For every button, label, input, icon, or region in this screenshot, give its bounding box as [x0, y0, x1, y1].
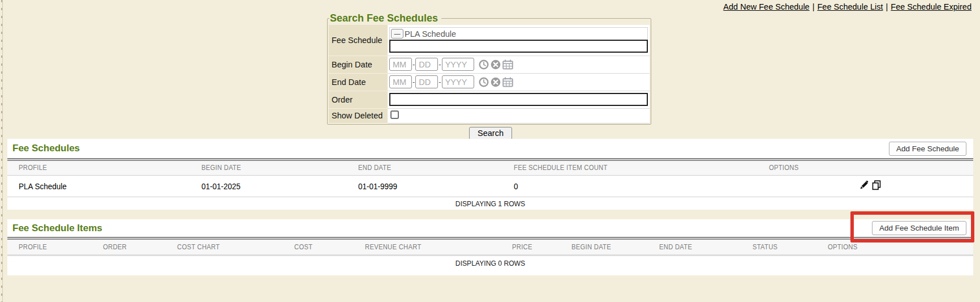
fee-schedules-section: Fee Schedules Add Fee Schedule PROFILE B… [7, 139, 973, 210]
column-options: OPTIONS [826, 240, 973, 255]
begin-date-label: Begin Date [329, 56, 388, 73]
begin-date-month-input[interactable] [389, 58, 412, 71]
order-label: Order [329, 91, 388, 108]
clock-icon[interactable] [479, 77, 489, 87]
column-profile: PROFILE [7, 240, 92, 255]
tree-item-pla-schedule[interactable]: PLA Schedule [405, 29, 456, 39]
edit-icon[interactable] [859, 180, 869, 190]
tree-collapse-toggle[interactable]: — [391, 29, 403, 39]
cell-item-count: 0 [502, 175, 767, 197]
clear-icon[interactable] [491, 77, 501, 87]
cell-profile: PLA Schedule [7, 175, 190, 197]
nav-separator: | [813, 2, 815, 11]
end-date-day-input[interactable] [415, 75, 438, 88]
column-status: STATUS [741, 240, 826, 255]
fee-schedules-table: PROFILE BEGIN DATE END DATE FEE SCHEDULE… [7, 161, 973, 197]
begin-date-day-input[interactable] [415, 58, 438, 71]
cell-end-date: 01-01-9999 [347, 175, 502, 197]
column-end-date: END DATE [347, 161, 502, 175]
column-profile: PROFILE [7, 161, 190, 175]
column-options: OPTIONS [767, 161, 973, 175]
fee-schedule-input[interactable] [389, 40, 648, 53]
table-header-row: PROFILE ORDER COST CHART COST REVENUE CH… [7, 240, 973, 255]
search-form-title: Search Fee Schedules [329, 12, 441, 24]
fee-schedule-items-section: Fee Schedule Items Add Fee Schedule Item… [7, 219, 973, 275]
show-deleted-checkbox[interactable] [390, 110, 399, 119]
column-end-date: END DATE [648, 240, 741, 255]
begin-date-year-input[interactable] [442, 58, 474, 71]
column-revenue-chart: REVENUE CHART [354, 240, 501, 255]
column-order: ORDER [92, 240, 166, 255]
date-separator: - [439, 60, 441, 69]
date-separator: - [412, 60, 415, 69]
order-input[interactable] [389, 93, 648, 106]
clear-icon[interactable] [491, 59, 501, 70]
column-cost-chart: COST CHART [166, 240, 283, 255]
table-header-row: PROFILE BEGIN DATE END DATE FEE SCHEDULE… [7, 161, 973, 175]
column-item-count: FEE SCHEDULE ITEM COUNT [502, 161, 767, 175]
end-date-label: End Date [329, 73, 388, 91]
fee-schedules-row-count: DISPLAYING 1 ROWS [7, 197, 973, 210]
search-button[interactable]: Search [469, 127, 512, 140]
cell-begin-date: 01-01-2025 [190, 175, 347, 197]
show-deleted-label: Show Deleted [329, 108, 388, 123]
end-date-year-input[interactable] [442, 75, 474, 88]
add-fee-schedule-button[interactable]: Add Fee Schedule [889, 142, 966, 156]
link-add-new-fee-schedule[interactable]: Add New Fee Schedule [723, 2, 809, 11]
column-begin-date: BEGIN DATE [560, 240, 648, 255]
copy-icon[interactable] [871, 180, 882, 190]
fee-schedule-items-title: Fee Schedule Items [12, 223, 102, 234]
fee-schedule-tree: — PLA Schedule [389, 27, 648, 40]
column-cost: COST [283, 240, 354, 255]
cell-options [767, 175, 973, 197]
calendar-icon[interactable] [502, 77, 513, 87]
fee-schedules-title: Fee Schedules [12, 143, 80, 154]
column-begin-date: BEGIN DATE [190, 161, 347, 175]
link-fee-schedule-list[interactable]: Fee Schedule List [817, 2, 883, 11]
fee-schedule-label: Fee Schedule [329, 25, 388, 56]
clock-icon[interactable] [479, 59, 489, 70]
nav-separator: | [886, 2, 888, 11]
date-separator: - [412, 78, 415, 86]
top-nav: Add New Fee Schedule|Fee Schedule List|F… [723, 2, 972, 11]
frame-splitter[interactable] [0, 0, 3, 302]
calendar-icon[interactable] [502, 59, 513, 70]
column-price: PRICE [501, 240, 560, 255]
table-row: PLA Schedule 01-01-2025 01-01-9999 0 [7, 175, 973, 197]
fee-schedule-items-row-count: DISPLAYING 0 ROWS [7, 256, 973, 275]
add-fee-schedule-item-button[interactable]: Add Fee Schedule Item [872, 221, 966, 235]
end-date-month-input[interactable] [389, 75, 412, 88]
search-fee-schedules-form: Search Fee Schedules Fee Schedule — PLA … [327, 12, 651, 125]
link-fee-schedule-expired[interactable]: Fee Schedule Expired [891, 2, 972, 11]
fee-schedule-items-table: PROFILE ORDER COST CHART COST REVENUE CH… [7, 240, 973, 256]
date-separator: - [439, 78, 441, 86]
